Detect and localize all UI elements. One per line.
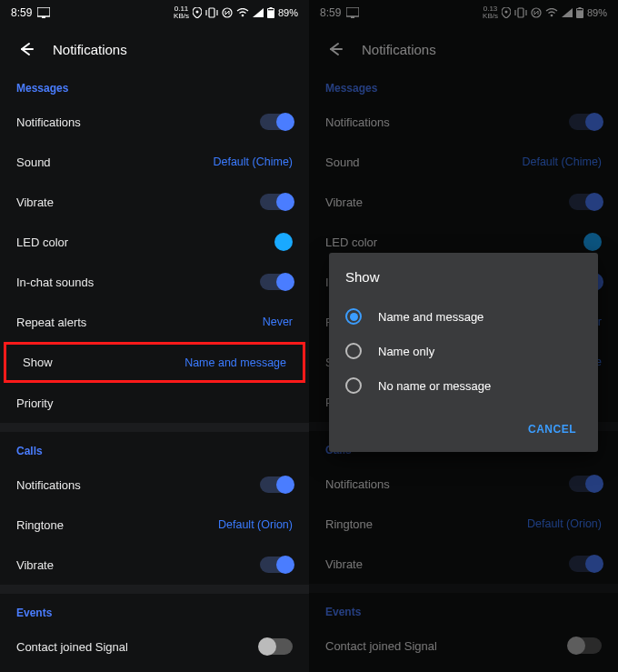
battery-icon [267,7,274,18]
radio-icon [345,377,362,394]
row-calls-notifications[interactable]: Notifications [0,465,309,505]
radio-icon [345,308,362,325]
row-value: Default (Chime) [213,155,293,168]
svg-rect-0 [37,7,50,16]
toggle-messages-notifications[interactable] [260,114,293,130]
row-calls-vibrate[interactable]: Vibrate [309,544,618,584]
radio-label: Name and message [378,310,483,324]
page-title: Notifications [53,42,127,57]
svg-rect-12 [346,7,359,16]
radio-option-name-and-message[interactable]: Name and message [345,299,582,334]
signal-icon [253,8,264,17]
radio-option-no-name[interactable]: No name or message [345,368,582,403]
dialog-title: Show [345,269,582,285]
row-inchat-sounds[interactable]: In-chat sounds [0,262,309,302]
row-label: Repeat alerts [16,316,263,329]
row-label: Vibrate [16,558,260,572]
row-calls-notifications[interactable]: Notifications [309,464,618,504]
screen-right: 8:59 0.13KB/s 89% Notifications Messages… [309,0,618,672]
section-divider [0,585,309,594]
row-label: Notifications [325,115,569,129]
svg-rect-3 [209,8,214,17]
row-vibrate[interactable]: Vibrate [0,182,309,222]
status-net-speed: 0.11KB/s [174,5,189,20]
back-icon[interactable] [16,40,35,58]
row-sound[interactable]: Sound Default (Chime) [0,142,309,182]
toggle-calls-notifications[interactable] [569,476,602,492]
row-value: Default (Orion) [218,518,293,531]
row-label: Notifications [325,477,569,491]
row-label: Show [23,356,184,369]
location-icon [502,7,511,18]
location-icon [193,7,202,18]
row-value: Name and message [184,356,286,369]
section-header-messages: Messages [309,69,618,102]
row-label: Sound [16,155,213,169]
row-contact-joined[interactable]: Contact joined Signal [309,626,618,666]
status-battery-pct: 89% [587,7,607,18]
row-label: Notifications [16,478,260,492]
row-value: Default (Chime) [522,155,602,168]
row-label: LED color [325,236,583,249]
svg-rect-13 [351,16,354,18]
section-header-events: Events [0,594,309,627]
row-value: Never [263,316,293,328]
toggle-contact-joined[interactable] [569,637,602,654]
vibrate-icon [205,7,218,18]
row-sound[interactable]: Sound Default (Chime) [309,142,618,182]
svg-rect-9 [269,7,272,9]
section-divider [0,423,309,432]
row-vibrate[interactable]: Vibrate [309,182,618,222]
section-divider [309,584,618,593]
radio-icon [345,343,362,359]
row-label: Notifications [16,115,260,129]
toggle-calls-notifications[interactable] [260,476,293,493]
signal-icon [562,8,573,17]
row-label: Sound [325,155,522,169]
toggle-vibrate[interactable] [260,194,293,210]
row-contact-joined[interactable]: Contact joined Signal [0,627,309,667]
svg-rect-10 [268,9,274,10]
toggle-inchat[interactable] [260,274,293,290]
svg-point-14 [504,11,507,14]
toggle-contact-joined[interactable] [260,638,293,655]
row-ringtone[interactable]: Ringtone Default (Orion) [309,504,618,544]
nfc-icon [222,7,233,18]
radio-option-name-only[interactable]: Name only [345,334,582,368]
wifi-icon [545,8,558,17]
row-led-color[interactable]: LED color [0,222,309,262]
row-label: LED color [16,236,274,249]
radio-label: No name or message [378,379,491,393]
nfc-icon [531,7,542,18]
row-label: Vibrate [325,196,569,209]
toggle-vibrate[interactable] [569,194,602,210]
svg-rect-1 [42,16,45,18]
svg-rect-15 [518,8,523,17]
row-repeat-alerts[interactable]: Repeat alerts Never [0,302,309,342]
page-title: Notifications [362,42,436,57]
row-label: Ringtone [325,517,527,531]
cancel-button[interactable]: CANCEL [523,416,582,443]
row-calls-vibrate[interactable]: Vibrate [0,545,309,585]
row-label: Ringtone [16,518,218,532]
status-bar: 8:59 0.11KB/s 89% [0,0,309,25]
row-priority[interactable]: Priority [0,383,309,423]
row-label: Contact joined Signal [16,640,260,654]
row-messages-notifications[interactable]: Notifications [309,102,618,142]
led-color-dot [274,233,293,251]
svg-point-19 [551,15,553,17]
row-label: In-chat sounds [16,276,260,289]
toggle-calls-vibrate[interactable] [569,556,602,572]
led-color-dot [583,233,602,251]
row-ringtone[interactable]: Ringtone Default (Orion) [0,505,309,545]
status-time: 8:59 [11,6,32,19]
section-header-messages: Messages [0,69,309,102]
row-value: Default (Orion) [527,517,602,530]
toggle-calls-vibrate[interactable] [260,557,293,573]
back-icon[interactable] [325,40,344,58]
toggle-messages-notifications[interactable] [569,114,602,130]
show-dialog: Show Name and message Name only No name … [329,253,598,452]
row-messages-notifications[interactable]: Notifications [0,102,309,142]
row-show[interactable]: Show Name and message [4,342,305,383]
status-battery-pct: 89% [278,7,298,18]
